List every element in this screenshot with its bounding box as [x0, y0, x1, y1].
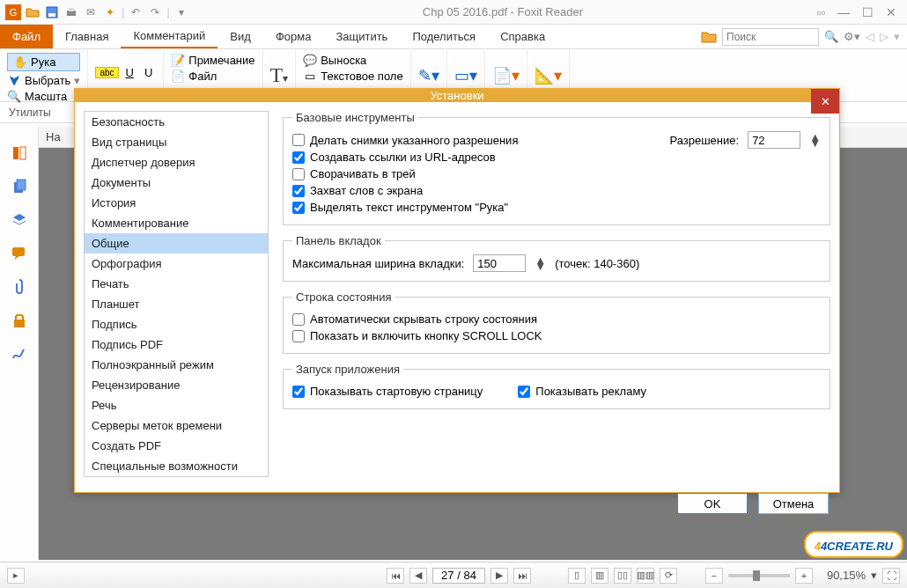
category-item[interactable]: Орфография	[85, 254, 268, 274]
category-item[interactable]: Общие	[85, 233, 268, 254]
group-status-bar: Строка состояния Автоматически скрывать …	[283, 290, 830, 354]
cancel-button[interactable]: Отмена	[758, 493, 829, 514]
category-item[interactable]: Специальные возможности	[85, 456, 268, 476]
chk-snapshot-resolution[interactable]	[292, 134, 305, 146]
category-item[interactable]: Печать	[85, 274, 268, 294]
category-item[interactable]: Создать PDF	[85, 436, 268, 456]
resolution-input[interactable]	[748, 131, 800, 149]
category-item[interactable]: Планшет	[85, 294, 268, 314]
category-item[interactable]: Диспетчер доверия	[85, 152, 268, 173]
category-item[interactable]: Комментирование	[85, 213, 268, 233]
chk-start-page[interactable]	[292, 386, 305, 398]
category-item[interactable]: Вид страницы	[85, 132, 268, 152]
group-basic-tools: Базовые инструменты Делать снимки указан…	[283, 111, 830, 225]
chk-scroll-lock[interactable]	[292, 330, 305, 342]
ok-button[interactable]: OK	[677, 493, 748, 514]
spinner-icon[interactable]: ▲▼	[809, 134, 821, 146]
preferences-dialog: Установки ✕ БезопасностьВид страницыДисп…	[74, 88, 840, 493]
dialog-backdrop: Установки ✕ БезопасностьВид страницыДисп…	[0, 0, 907, 588]
chk-screen-capture[interactable]	[292, 185, 305, 197]
tab-width-input[interactable]	[473, 254, 526, 272]
chk-url-links[interactable]	[292, 151, 305, 164]
group-tab-panel: Панель вкладок Максимальная ширина вклад…	[283, 234, 830, 282]
category-list[interactable]: БезопасностьВид страницыДиспетчер довери…	[84, 111, 269, 477]
spinner-icon[interactable]: ▲▼	[535, 257, 546, 269]
resolution-label: Разрешение:	[669, 134, 739, 147]
category-item[interactable]: Полноэкранный режим	[85, 355, 268, 375]
category-item[interactable]: Серверы меток времени	[85, 415, 268, 436]
category-item[interactable]: Подпись PDF	[85, 334, 268, 355]
chk-show-ads[interactable]	[518, 386, 530, 398]
category-item[interactable]: Рецензирование	[85, 375, 268, 395]
category-item[interactable]: История	[85, 193, 268, 213]
category-item[interactable]: Речь	[85, 395, 268, 415]
dialog-title-bar: Установки ✕	[75, 89, 839, 102]
category-item[interactable]: Документы	[85, 173, 268, 193]
group-app-launch: Запуск приложения Показывать стартовую с…	[283, 363, 830, 409]
chk-autohide-status[interactable]	[292, 313, 305, 326]
dialog-close-button[interactable]: ✕	[811, 89, 839, 114]
category-item[interactable]: Безопасность	[85, 112, 268, 132]
chk-tray[interactable]	[292, 168, 305, 180]
chk-hand-select[interactable]	[292, 202, 305, 214]
category-item[interactable]: Подпись	[85, 314, 268, 334]
dialog-title: Установки	[430, 89, 483, 102]
